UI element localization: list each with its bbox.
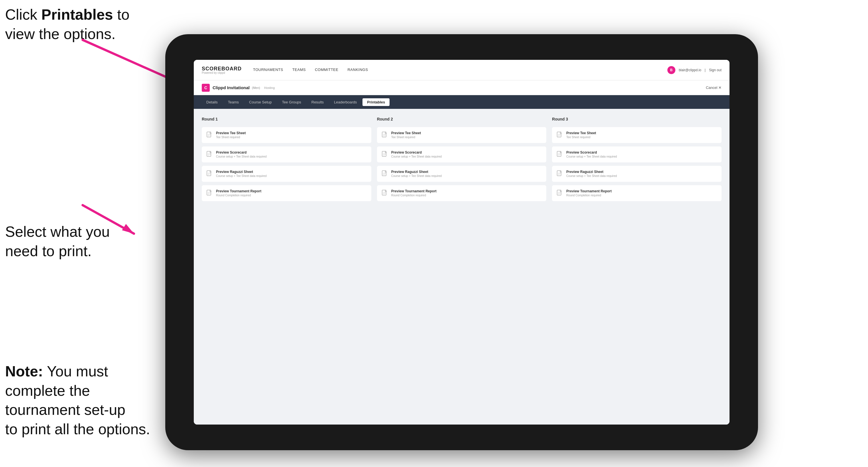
document-icon	[381, 132, 388, 139]
nav-rankings[interactable]: RANKINGS	[347, 66, 368, 73]
round-col-2: Round 2 Preview Tee SheetTee Sheet requi…	[377, 117, 547, 416]
cancel-button[interactable]: Cancel ✕	[706, 86, 721, 90]
print-card-title: Preview Scorecard	[391, 150, 442, 154]
tablet-screen: SCOREBOARD Powered by clippd TOURNAMENTS…	[194, 60, 730, 425]
print-card-info: Preview ScorecardCourse setup + Tee Shee…	[216, 150, 267, 158]
print-card-sub: Round Completion required	[566, 194, 612, 197]
print-card-3-2[interactable]: Preview ScorecardCourse setup + Tee Shee…	[552, 147, 721, 162]
svg-rect-32	[382, 190, 386, 195]
top-nav: SCOREBOARD Powered by clippd TOURNAMENTS…	[194, 60, 730, 80]
tab-printables[interactable]: Printables	[363, 98, 390, 106]
print-card-info: Preview ScorecardCourse setup + Tee Shee…	[566, 150, 617, 158]
print-card-info: Preview Tournament ReportRound Completio…	[391, 189, 437, 197]
print-card-2-4[interactable]: Preview Tournament ReportRound Completio…	[377, 185, 547, 201]
print-card-info: Preview Tournament ReportRound Completio…	[216, 189, 261, 197]
print-card-title: Preview Tournament Report	[566, 189, 612, 193]
print-card-title: Preview Scorecard	[216, 150, 267, 154]
print-card-info: Preview Tee SheetTee Sheet required	[566, 131, 596, 139]
document-icon	[381, 170, 388, 178]
logo-sub: Powered by clippd	[202, 71, 242, 74]
print-card-sub: Course setup + Tee Sheet data required	[566, 175, 617, 178]
print-card-2-3[interactable]: Preview Raguzzi SheetCourse setup + Tee …	[377, 166, 547, 182]
tab-details[interactable]: Details	[202, 98, 222, 106]
sub-nav: Details Teams Course Setup Tee Groups Re…	[194, 95, 730, 109]
print-card-info: Preview Raguzzi SheetCourse setup + Tee …	[216, 170, 267, 178]
document-icon	[206, 132, 213, 139]
print-card-sub: Course setup + Tee Sheet data required	[391, 155, 442, 158]
print-card-info: Preview ScorecardCourse setup + Tee Shee…	[391, 150, 442, 158]
print-card-title: Preview Scorecard	[566, 150, 617, 154]
print-card-sub: Course setup + Tee Sheet data required	[566, 155, 617, 158]
nav-committee[interactable]: COMMITTEE	[315, 66, 339, 73]
print-card-info: Preview Raguzzi SheetCourse setup + Tee …	[391, 170, 442, 178]
svg-marker-3	[122, 224, 134, 234]
print-card-title: Preview Tournament Report	[216, 189, 261, 193]
svg-rect-28	[382, 171, 386, 176]
document-icon	[557, 190, 563, 197]
print-card-1-4[interactable]: Preview Tournament ReportRound Completio…	[202, 185, 371, 201]
round-title-3: Round 3	[552, 117, 721, 121]
tab-leaderboards[interactable]: Leaderboards	[330, 98, 361, 106]
print-card-sub: Round Completion required	[391, 194, 437, 197]
print-card-info: Preview Raguzzi SheetCourse setup + Tee …	[566, 170, 617, 178]
print-card-sub: Course setup + Tee Sheet data required	[216, 155, 267, 158]
tab-teams[interactable]: Teams	[223, 98, 243, 106]
nav-links: TOURNAMENTS TEAMS COMMITTEE RANKINGS	[253, 66, 668, 73]
print-card-2-2[interactable]: Preview ScorecardCourse setup + Tee Shee…	[377, 147, 547, 162]
document-icon	[557, 132, 563, 139]
print-card-title: Preview Tee Sheet	[566, 131, 596, 135]
svg-rect-8	[207, 151, 211, 156]
arrow-middle-icon	[80, 199, 137, 239]
document-icon	[206, 151, 213, 158]
svg-rect-40	[557, 151, 561, 156]
svg-rect-36	[557, 132, 561, 137]
print-card-1-2[interactable]: Preview ScorecardCourse setup + Tee Shee…	[202, 147, 371, 162]
document-icon	[381, 151, 388, 158]
annotation-bottom: Note: You mustcomplete thetournament set…	[5, 362, 150, 439]
svg-rect-20	[382, 132, 386, 137]
round-title-2: Round 2	[377, 117, 547, 121]
print-card-3-3[interactable]: Preview Raguzzi SheetCourse setup + Tee …	[552, 166, 721, 182]
print-card-3-1[interactable]: Preview Tee SheetTee Sheet required	[552, 127, 721, 143]
user-avatar: B	[668, 66, 675, 74]
document-icon	[206, 170, 213, 178]
print-card-title: Preview Tee Sheet	[216, 131, 246, 135]
tournament-bar: C Clippd Invitational (Men) Hosting Canc…	[194, 80, 730, 95]
tournament-name: Clippd Invitational	[213, 85, 250, 90]
print-card-info: Preview Tournament ReportRound Completio…	[566, 189, 612, 197]
print-card-title: Preview Tournament Report	[391, 189, 437, 193]
print-card-2-1[interactable]: Preview Tee SheetTee Sheet required	[377, 127, 547, 143]
svg-rect-12	[207, 171, 211, 176]
tournament-status: Hosting	[264, 86, 275, 90]
print-card-sub: Round Completion required	[216, 194, 261, 197]
print-card-title: Preview Raguzzi Sheet	[216, 170, 267, 174]
print-card-sub: Course setup + Tee Sheet data required	[216, 175, 267, 178]
logo-area: SCOREBOARD Powered by clippd	[202, 66, 242, 74]
print-card-title: Preview Raguzzi Sheet	[566, 170, 617, 174]
print-card-info: Preview Tee SheetTee Sheet required	[216, 131, 246, 139]
print-card-3-4[interactable]: Preview Tournament ReportRound Completio…	[552, 185, 721, 201]
print-card-1-3[interactable]: Preview Raguzzi SheetCourse setup + Tee …	[202, 166, 371, 182]
sign-out-link[interactable]: Sign out	[709, 68, 721, 72]
document-icon	[557, 170, 563, 178]
print-card-1-1[interactable]: Preview Tee SheetTee Sheet required	[202, 127, 371, 143]
round-col-1: Round 1 Preview Tee SheetTee Sheet requi…	[202, 117, 371, 416]
print-card-info: Preview Tee SheetTee Sheet required	[391, 131, 421, 139]
tab-tee-groups[interactable]: Tee Groups	[278, 98, 306, 106]
print-card-sub: Tee Sheet required	[566, 136, 596, 139]
nav-teams[interactable]: TEAMS	[292, 66, 306, 73]
logo-title: SCOREBOARD	[202, 66, 242, 72]
tablet-shell: SCOREBOARD Powered by clippd TOURNAMENTS…	[165, 34, 758, 450]
tournament-icon: C	[202, 84, 210, 92]
nav-right: B blair@clippd.io | Sign out	[668, 66, 721, 74]
tab-course-setup[interactable]: Course Setup	[245, 98, 276, 106]
separator: |	[705, 68, 706, 72]
print-card-sub: Tee Sheet required	[216, 136, 246, 139]
round-col-3: Round 3 Preview Tee SheetTee Sheet requi…	[552, 117, 721, 416]
main-content: Round 1 Preview Tee SheetTee Sheet requi…	[194, 109, 730, 425]
document-icon	[206, 190, 213, 197]
nav-tournaments[interactable]: TOURNAMENTS	[253, 66, 283, 73]
tab-results[interactable]: Results	[307, 98, 328, 106]
print-card-title: Preview Raguzzi Sheet	[391, 170, 442, 174]
print-card-sub: Tee Sheet required	[391, 136, 421, 139]
